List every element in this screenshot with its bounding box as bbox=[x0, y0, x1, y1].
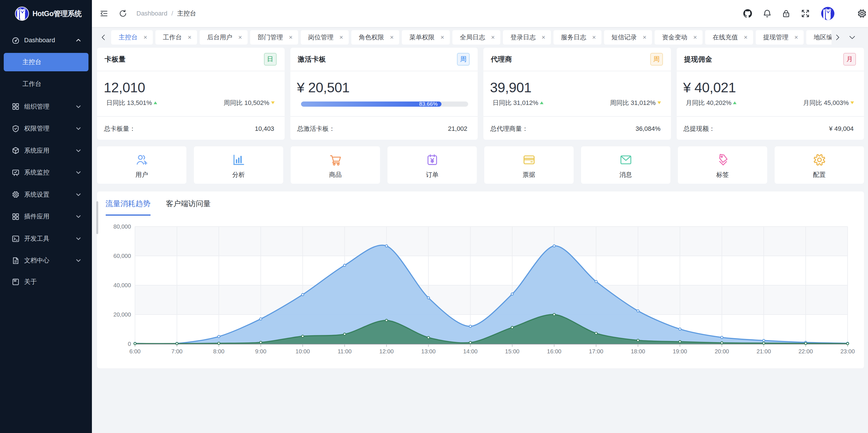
svg-text:0: 0 bbox=[128, 341, 131, 347]
svg-text:6:00: 6:00 bbox=[129, 348, 141, 354]
svg-text:11:00: 11:00 bbox=[338, 348, 352, 354]
svg-text:17:00: 17:00 bbox=[589, 348, 603, 354]
svg-text:23:00: 23:00 bbox=[840, 348, 855, 354]
svg-text:19:00: 19:00 bbox=[673, 348, 687, 354]
svg-text:22:00: 22:00 bbox=[799, 348, 813, 354]
svg-text:21:00: 21:00 bbox=[756, 348, 771, 354]
svg-text:18:00: 18:00 bbox=[631, 348, 645, 354]
svg-text:60,000: 60,000 bbox=[114, 253, 131, 259]
svg-text:40,000: 40,000 bbox=[114, 282, 131, 288]
svg-text:7:00: 7:00 bbox=[172, 348, 183, 354]
svg-text:10:00: 10:00 bbox=[296, 348, 310, 354]
svg-text:15:00: 15:00 bbox=[505, 348, 519, 354]
svg-text:20,000: 20,000 bbox=[114, 311, 131, 318]
svg-text:12:00: 12:00 bbox=[379, 348, 394, 354]
svg-text:9:00: 9:00 bbox=[255, 348, 266, 354]
svg-text:8:00: 8:00 bbox=[213, 348, 224, 354]
svg-text:16:00: 16:00 bbox=[547, 348, 561, 354]
svg-text:80,000: 80,000 bbox=[114, 223, 131, 230]
svg-text:20:00: 20:00 bbox=[715, 348, 729, 354]
svg-text:13:00: 13:00 bbox=[421, 348, 436, 354]
svg-text:14:00: 14:00 bbox=[463, 348, 478, 354]
